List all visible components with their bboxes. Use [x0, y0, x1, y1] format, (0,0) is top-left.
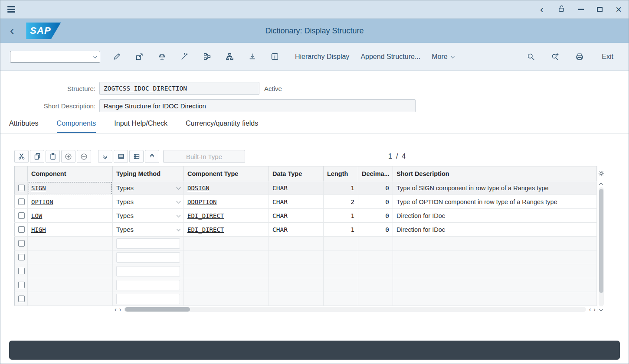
length-cell[interactable] — [324, 278, 358, 292]
length-cell[interactable] — [324, 292, 358, 306]
vertical-scroll-thumb[interactable] — [599, 189, 603, 293]
minimize-icon[interactable] — [578, 9, 584, 10]
row-checkbox[interactable] — [18, 212, 25, 219]
data-type-cell[interactable] — [269, 237, 324, 250]
component-type-link[interactable]: EDI_DIRECT — [187, 212, 224, 219]
maximize-icon[interactable] — [597, 7, 603, 12]
component-type-link[interactable]: DDOPTION — [187, 198, 216, 205]
append-structure-button[interactable]: Append Structure... — [355, 49, 426, 65]
component-link[interactable]: LOW — [31, 212, 42, 219]
component-cell[interactable] — [28, 250, 113, 264]
data-type-cell[interactable] — [269, 264, 324, 278]
col-header-length[interactable]: Length — [324, 166, 358, 181]
component-type-link[interactable]: DDSIGN — [187, 185, 210, 192]
row-checkbox[interactable] — [18, 296, 25, 302]
titlebar-back-icon[interactable]: ‹ — [539, 4, 544, 15]
decimals-cell[interactable]: 0 — [358, 181, 393, 195]
horizontal-scrollbar[interactable]: ‹ › ‹ › — [14, 306, 597, 313]
typing-method-select[interactable]: Types — [116, 198, 180, 205]
row-checkbox[interactable] — [18, 198, 25, 205]
back-button[interactable]: ‹ — [10, 25, 14, 37]
typing-method-select[interactable]: Types — [116, 184, 180, 192]
typing-method-select[interactable]: Types — [116, 212, 180, 219]
component-link[interactable]: OPTION — [31, 198, 53, 205]
paste-button[interactable] — [46, 150, 60, 163]
length-cell[interactable] — [324, 250, 358, 264]
typing-method-select[interactable] — [116, 266, 180, 276]
short-description-field[interactable]: Range Structure for IDOC Direction — [99, 99, 416, 112]
length-cell[interactable] — [324, 264, 358, 278]
where-used-button[interactable] — [199, 49, 215, 65]
component-cell[interactable] — [28, 292, 113, 306]
structure-field[interactable]: ZOGTCSS_IDOC_DIRECTION — [99, 82, 259, 95]
decimals-cell[interactable] — [358, 237, 393, 250]
expand-all-button[interactable] — [98, 150, 112, 163]
close-icon[interactable]: × — [616, 4, 622, 15]
tab-attributes[interactable]: Attributes — [9, 120, 39, 133]
component-type-cell[interactable] — [184, 264, 269, 278]
search-button[interactable] — [523, 49, 539, 65]
col-header-typing-method[interactable]: Typing Method — [113, 166, 184, 181]
component-cell[interactable] — [28, 237, 113, 250]
display-change-button[interactable] — [109, 49, 124, 65]
consistency-check-button[interactable] — [154, 49, 170, 65]
col-header-component-type[interactable]: Component Type — [184, 166, 269, 181]
command-input[interactable] — [13, 53, 94, 60]
component-cell[interactable] — [28, 264, 113, 278]
settings-gear-icon[interactable] — [598, 166, 604, 181]
decimals-cell[interactable] — [358, 292, 393, 306]
data-type-cell[interactable]: CHAR — [269, 209, 324, 223]
length-cell[interactable]: 1 — [324, 209, 358, 223]
vertical-scroll-track[interactable] — [599, 187, 604, 306]
component-type-cell[interactable] — [184, 292, 269, 306]
length-cell[interactable] — [324, 237, 358, 250]
component-type-cell[interactable] — [184, 237, 269, 250]
more-button[interactable]: More — [426, 49, 459, 65]
command-field[interactable] — [10, 51, 100, 63]
tab-components[interactable]: Components — [57, 120, 96, 133]
decimals-cell[interactable] — [358, 250, 393, 264]
other-object-button[interactable] — [131, 49, 147, 65]
tab-currency-quantity-fields[interactable]: Currency/quantity fields — [186, 120, 258, 133]
horizontal-scroll-track[interactable] — [124, 307, 586, 312]
typing-method-select[interactable] — [116, 294, 180, 304]
col-header-component[interactable]: Component — [28, 166, 113, 181]
hierarchy-display-button[interactable]: Hierarchy Display — [289, 49, 355, 65]
collapse-all-button[interactable] — [145, 150, 159, 163]
horizontal-scroll-thumb[interactable] — [125, 307, 190, 312]
decimals-cell[interactable] — [358, 278, 393, 292]
length-cell[interactable]: 2 — [324, 195, 358, 209]
insert-row-button[interactable] — [114, 150, 128, 163]
decimals-cell[interactable]: 0 — [358, 209, 393, 223]
print-button[interactable] — [572, 49, 587, 65]
hierarchy-button[interactable] — [222, 49, 237, 65]
component-link[interactable]: HIGH — [31, 226, 46, 233]
built-in-type-button[interactable]: Built-In Type — [163, 150, 245, 163]
row-checkbox[interactable] — [18, 185, 25, 191]
typing-method-select[interactable]: Types — [116, 226, 180, 233]
copy-button[interactable] — [30, 150, 44, 163]
move-download-button[interactable] — [244, 49, 260, 65]
exit-button[interactable]: Exit — [596, 49, 619, 65]
scroll-left-icon[interactable]: ‹ — [588, 306, 593, 312]
component-link[interactable]: SIGN — [31, 185, 46, 192]
component-cell[interactable] — [28, 278, 113, 292]
scroll-left-icon[interactable]: ‹ — [113, 306, 118, 312]
search-plus-button[interactable] — [547, 49, 563, 65]
data-type-cell[interactable]: CHAR — [269, 223, 324, 237]
scroll-up-icon[interactable] — [600, 181, 603, 187]
remove-row-button[interactable] — [77, 150, 91, 163]
hamburger-menu-icon[interactable] — [7, 5, 15, 14]
decimals-cell[interactable]: 0 — [358, 195, 393, 209]
scroll-right-icon[interactable]: › — [592, 306, 597, 312]
row-checkbox[interactable] — [18, 226, 25, 233]
select-all-header[interactable] — [15, 166, 28, 181]
data-type-cell[interactable] — [269, 278, 324, 292]
data-type-cell[interactable]: CHAR — [269, 181, 324, 195]
row-checkbox[interactable] — [18, 268, 25, 274]
row-checkbox[interactable] — [18, 240, 25, 247]
component-type-link[interactable]: EDI_DIRECT — [187, 226, 224, 233]
tab-input-help-check[interactable]: Input Help/Check — [114, 120, 167, 133]
decimals-cell[interactable] — [358, 264, 393, 278]
typing-method-select[interactable] — [116, 238, 180, 249]
